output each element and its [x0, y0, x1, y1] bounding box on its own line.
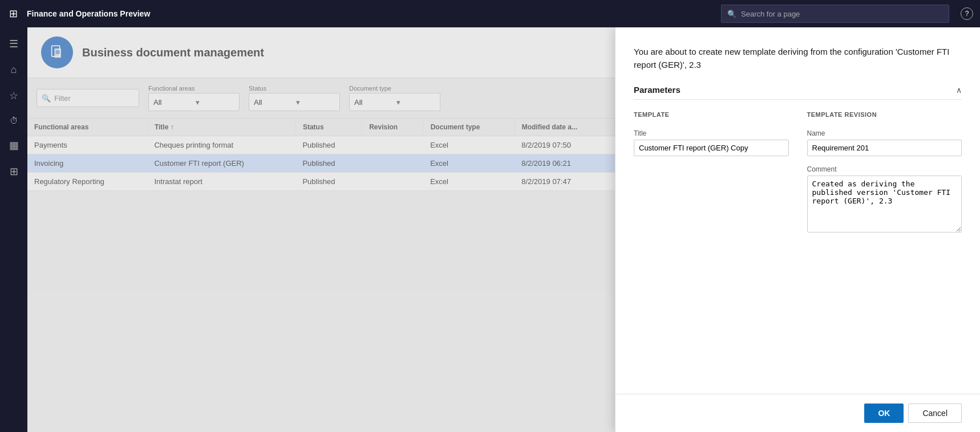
filter-input[interactable] — [54, 94, 134, 103]
template-revision-column-title: TEMPLATE REVISION — [807, 111, 962, 118]
cell-title: Cheques printing format — [147, 136, 295, 154]
status-select[interactable]: All ▾ — [249, 93, 340, 111]
search-icon: 🔍 — [727, 10, 736, 18]
main-layout: ☰ ⌂ ☆ ⏱ ▦ ⊞ Business document management — [0, 27, 980, 432]
col-revision: Revision — [362, 119, 423, 136]
document-type-filter: Document type All ▾ — [349, 85, 440, 111]
parameters-chevron[interactable]: ∧ — [956, 85, 962, 95]
cell-title: Customer FTI report (GER) — [147, 154, 295, 173]
dialog-columns: TEMPLATE Title TEMPLATE REVISION Name — [634, 111, 962, 233]
cell-functional-areas: Payments — [27, 136, 147, 154]
title-field-group: Title — [634, 129, 789, 156]
cell-revision — [362, 154, 423, 173]
page-header: Business document management — [27, 27, 615, 78]
dialog-parameters-section: Parameters ∧ TEMPLATE Title TEMPLAT — [634, 85, 962, 233]
waffle-icon[interactable]: ⊞ — [7, 5, 20, 22]
dialog-panel: You are about to create new template der… — [615, 27, 980, 432]
app-title: Finance and Operations Preview — [27, 9, 150, 18]
document-type-select[interactable]: All ▾ — [349, 93, 440, 111]
content-inner: Business document management 🔍 Functiona… — [27, 27, 615, 432]
comment-field-group: Comment Created as deriving the publishe… — [807, 165, 962, 233]
dialog-body: You are about to create new template der… — [615, 27, 980, 394]
filter-icon: 🔍 — [42, 94, 51, 103]
comment-textarea[interactable]: Created as deriving the published versio… — [807, 176, 962, 233]
table-row[interactable]: Regulatory Reporting Intrastat report Pu… — [27, 173, 615, 191]
col-document-type: Document type — [423, 119, 515, 136]
status-label: Status — [249, 85, 340, 92]
parameters-title: Parameters — [634, 85, 681, 95]
cell-status: Published — [295, 173, 362, 191]
hamburger-icon[interactable]: ☰ — [2, 32, 25, 56]
cell-document-type: Excel — [423, 154, 515, 173]
functional-areas-label: Functional areas — [148, 85, 240, 92]
cell-modified-date: 8/2/2019 06:21 — [515, 154, 614, 173]
star-icon[interactable]: ☆ — [2, 84, 25, 108]
col-title[interactable]: Title ↑ — [147, 119, 295, 136]
cell-document-type: Excel — [423, 136, 515, 154]
document-type-chevron: ▾ — [396, 98, 435, 107]
template-column-title: TEMPLATE — [634, 111, 789, 118]
cell-modified-date: 8/2/2019 07:50 — [515, 136, 614, 154]
table-row[interactable]: Payments Cheques printing format Publish… — [27, 136, 615, 154]
dialog-section-header: Parameters ∧ — [634, 85, 962, 100]
name-field-group: Name — [807, 129, 962, 156]
table-icon[interactable]: ▦ — [2, 133, 25, 157]
functional-areas-chevron: ▾ — [196, 98, 234, 107]
documents-table: Functional areas Title ↑ Status Revision… — [27, 119, 615, 191]
clock-icon[interactable]: ⏱ — [2, 110, 25, 131]
document-type-value: All — [354, 98, 393, 107]
grid-icon[interactable]: ⊞ — [2, 160, 25, 184]
cell-title: Intrastat report — [147, 173, 295, 191]
cell-status: Published — [295, 136, 362, 154]
status-filter: Status All ▾ — [249, 85, 340, 111]
status-chevron: ▾ — [296, 98, 335, 107]
cell-document-type: Excel — [423, 173, 515, 191]
cell-functional-areas: Regulatory Reporting — [27, 173, 147, 191]
title-input[interactable] — [634, 140, 789, 156]
cell-status: Published — [295, 154, 362, 173]
status-value: All — [254, 98, 293, 107]
col-functional-areas: Functional areas — [27, 119, 147, 136]
cell-modified-date: 8/2/2019 07:47 — [515, 173, 614, 191]
page-icon — [41, 36, 73, 68]
sidebar: ☰ ⌂ ☆ ⏱ ▦ ⊞ — [0, 27, 27, 432]
document-type-label: Document type — [349, 85, 440, 92]
cancel-button[interactable]: Cancel — [908, 404, 962, 423]
search-bar[interactable]: 🔍 Search for a page — [721, 5, 949, 23]
topbar: ⊞ Finance and Operations Preview 🔍 Searc… — [0, 0, 980, 27]
cell-revision — [362, 136, 423, 154]
search-placeholder: Search for a page — [741, 10, 800, 18]
functional-areas-value: All — [153, 98, 192, 107]
dialog-intro: You are about to create new template der… — [634, 46, 962, 71]
name-input[interactable] — [807, 140, 962, 156]
ok-button[interactable]: OK — [864, 404, 904, 423]
content-area: Business document management 🔍 Functiona… — [27, 27, 615, 432]
dialog-footer: OK Cancel — [615, 394, 980, 432]
col-modified-date: Modified date a... — [515, 119, 614, 136]
filter-input-wrapper[interactable]: 🔍 — [37, 89, 139, 107]
page-title: Business document management — [82, 46, 264, 59]
table-header-row: Functional areas Title ↑ Status Revision… — [27, 119, 615, 136]
title-label: Title — [634, 129, 789, 137]
cell-revision — [362, 173, 423, 191]
comment-label: Comment — [807, 165, 962, 173]
template-column: TEMPLATE Title — [634, 111, 789, 233]
functional-areas-select[interactable]: All ▾ — [148, 93, 240, 111]
help-icon[interactable]: ? — [961, 7, 973, 20]
filter-bar: 🔍 Functional areas All ▾ Status All ▾ — [27, 78, 615, 119]
table-container: Functional areas Title ↑ Status Revision… — [27, 119, 615, 191]
home-icon[interactable]: ⌂ — [2, 58, 25, 81]
cell-functional-areas: Invoicing — [27, 154, 147, 173]
functional-areas-filter: Functional areas All ▾ — [148, 85, 240, 111]
col-status: Status — [295, 119, 362, 136]
template-revision-column: TEMPLATE REVISION Name Comment Created a… — [807, 111, 962, 233]
table-row[interactable]: Invoicing Customer FTI report (GER) Publ… — [27, 154, 615, 173]
name-label: Name — [807, 129, 962, 137]
